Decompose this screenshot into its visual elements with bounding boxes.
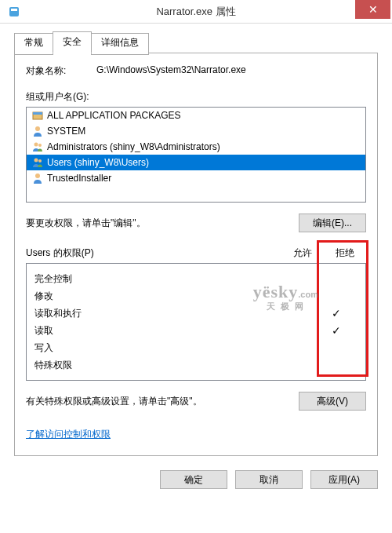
apply-button[interactable]: 应用(A) <box>310 470 378 489</box>
permission-name: 修改 <box>34 287 273 305</box>
svg-rect-3 <box>33 112 42 115</box>
groups-label: 组或用户名(G): <box>26 90 366 104</box>
list-item-label: ALL APPLICATION PACKAGES <box>47 110 181 121</box>
perm-header-allow: 允许 <box>281 246 324 260</box>
edit-hint: 要更改权限，请单击"编辑"。 <box>26 217 299 230</box>
permission-deny: ✓ <box>315 322 358 339</box>
titlebar: Narrator.exe 属性 ✕ <box>0 0 392 24</box>
svg-point-4 <box>35 126 40 131</box>
permission-deny: ✓ <box>315 305 358 322</box>
permission-row: 读取✓ <box>34 322 358 339</box>
permission-name: 读取和执行 <box>34 305 273 322</box>
svg-rect-0 <box>9 7 19 16</box>
tab-general[interactable]: 常规 <box>14 33 53 55</box>
edit-button[interactable]: 编辑(E)... <box>299 214 366 232</box>
edit-row: 要更改权限，请单击"编辑"。 编辑(E)... <box>26 214 366 232</box>
svg-rect-1 <box>11 9 17 11</box>
users-icon <box>31 141 44 153</box>
svg-point-5 <box>34 143 38 147</box>
tab-details[interactable]: 详细信息 <box>91 33 149 55</box>
object-row: 对象名称: G:\Windows\System32\Narrator.exe <box>26 64 366 78</box>
user-icon <box>31 125 44 137</box>
permission-row: 修改 <box>34 287 358 305</box>
learn-link[interactable]: 了解访问控制和权限 <box>26 428 111 441</box>
close-button[interactable]: ✕ <box>355 0 390 19</box>
perm-header-deny: 拒绝 <box>324 246 366 260</box>
list-item-label: Users (shiny_W8\Users) <box>47 157 149 168</box>
app-icon <box>8 5 20 18</box>
permissions-box: yësky.com 天 极 网 完全控制修改读取和执行✓读取✓写入特殊权限 <box>26 263 366 381</box>
tab-security[interactable]: 安全 <box>53 31 92 53</box>
advanced-row: 有关特殊权限或高级设置，请单击"高级"。 高级(V) <box>26 392 366 411</box>
svg-point-6 <box>38 144 42 147</box>
footer: 确定 取消 应用(A) <box>14 470 378 489</box>
package-icon <box>31 109 44 122</box>
svg-point-7 <box>34 159 38 162</box>
permission-name: 写入 <box>34 339 273 356</box>
list-item[interactable]: Administrators (shiny_W8\Administrators) <box>27 139 365 155</box>
permission-name: 完全控制 <box>34 270 273 287</box>
list-item[interactable]: SYSTEM <box>27 123 365 139</box>
users-icon <box>31 156 44 169</box>
permission-row: 读取和执行✓ <box>34 305 358 322</box>
svg-point-9 <box>35 173 40 178</box>
perm-header-name: Users 的权限(P) <box>26 246 281 260</box>
perm-header: Users 的权限(P) 允许 拒绝 <box>26 246 366 260</box>
list-item-label: SYSTEM <box>47 126 85 137</box>
svg-point-8 <box>38 159 42 162</box>
permission-row: 写入 <box>34 339 358 356</box>
groups-listbox[interactable]: ALL APPLICATION PACKAGESSYSTEMAdministra… <box>26 107 366 203</box>
permission-name: 读取 <box>34 322 273 339</box>
object-label: 对象名称: <box>26 64 96 78</box>
tab-panel-security: 对象名称: G:\Windows\System32\Narrator.exe 组… <box>14 53 378 456</box>
list-item[interactable]: Users (shiny_W8\Users) <box>27 155 365 170</box>
list-item-label: Administrators (shiny_W8\Administrators) <box>47 141 220 152</box>
tabs: 常规 安全 详细信息 <box>14 31 378 53</box>
permission-name: 特殊权限 <box>34 356 273 374</box>
list-item-label: TrustedInstaller <box>47 173 111 184</box>
permission-row: 特殊权限 <box>34 356 358 374</box>
user-icon <box>31 172 44 184</box>
window-title: Narrator.exe 属性 <box>0 5 392 19</box>
object-path: G:\Windows\System32\Narrator.exe <box>96 64 366 75</box>
cancel-button[interactable]: 取消 <box>235 470 303 489</box>
list-item[interactable]: ALL APPLICATION PACKAGES <box>27 108 365 123</box>
advanced-hint: 有关特殊权限或高级设置，请单击"高级"。 <box>26 394 299 408</box>
list-item[interactable]: TrustedInstaller <box>27 170 365 186</box>
advanced-button[interactable]: 高级(V) <box>299 392 366 411</box>
dialog-content: 常规 安全 详细信息 对象名称: G:\Windows\System32\Nar… <box>0 24 392 500</box>
permission-row: 完全控制 <box>34 270 358 287</box>
ok-button[interactable]: 确定 <box>160 470 227 489</box>
